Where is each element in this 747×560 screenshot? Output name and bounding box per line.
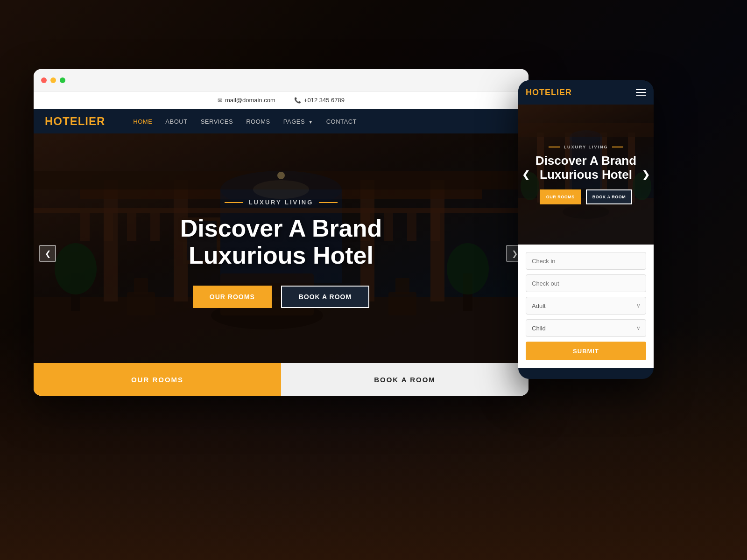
mobile-carousel-arrow-left[interactable]: ❮ <box>522 169 530 180</box>
email-contact: ✉ mail@domain.com <box>218 97 275 104</box>
mobile-left-arrow-icon: ❮ <box>522 169 530 180</box>
booking-form: Adult 1 Adult 2 Adults 3 Adults Child 0 … <box>518 245 654 368</box>
nav-item-services[interactable]: SERVICES <box>201 117 233 126</box>
nav-link-services[interactable]: SERVICES <box>201 118 233 125</box>
pages-dropdown-arrow: ▼ <box>308 119 313 125</box>
nav-item-pages[interactable]: PAGES ▼ <box>283 117 313 126</box>
mobile-carousel-arrow-right[interactable]: ❯ <box>642 169 650 180</box>
hero-section: LUXURY LIVING Discover A Brand Luxurious… <box>34 133 529 373</box>
mobile-nav: HOTELIER <box>518 80 654 105</box>
mobile-hero-content: LUXURY LIVING Discover A Brand Luxurious… <box>518 105 654 245</box>
check-in-input[interactable] <box>526 252 646 270</box>
submit-button[interactable]: SUBMIT <box>526 342 646 360</box>
browser-topbar <box>34 69 529 91</box>
email-icon: ✉ <box>218 97 222 104</box>
phone-icon: 📞 <box>294 97 301 104</box>
phone-contact: 📞 +012 345 6789 <box>294 97 345 104</box>
hamburger-menu[interactable] <box>636 89 646 96</box>
nav-item-about[interactable]: ABOUT <box>165 117 187 126</box>
browser-dot-green <box>60 77 65 83</box>
mobile-hero-title: Discover A Brand Luxurious Hotel <box>536 154 636 182</box>
mobile-hero-section: LUXURY LIVING Discover A Brand Luxurious… <box>518 105 654 245</box>
adult-select[interactable]: Adult 1 Adult 2 Adults 3 Adults <box>526 297 646 315</box>
mobile-book-room-button[interactable]: BOOK A ROOM <box>586 189 632 204</box>
left-arrow-icon: ❮ <box>45 249 51 258</box>
mobile-our-rooms-button[interactable]: OUR ROOMS <box>540 189 581 204</box>
nav-item-home[interactable]: HOME <box>133 117 152 126</box>
ham-line-2 <box>636 92 646 93</box>
site-topbar: ✉ mail@domain.com 📞 +012 345 6789 <box>34 91 529 109</box>
bottom-our-rooms-button[interactable]: OUR ROOMS <box>34 363 281 396</box>
hero-title-line2: Luxurious Hotel <box>189 242 374 269</box>
bottom-buttons-row: OUR ROOMS BOOK A ROOM <box>34 363 529 396</box>
nav-link-about[interactable]: ABOUT <box>165 118 187 125</box>
nav-link-pages[interactable]: PAGES ▼ <box>283 118 313 125</box>
mobile-title-line1: Discover A Brand <box>536 154 636 168</box>
luxury-living-label: LUXURY LIVING <box>225 199 338 206</box>
adult-select-wrapper: Adult 1 Adult 2 Adults 3 Adults <box>526 297 646 315</box>
ham-line-3 <box>636 95 646 96</box>
browser-dot-yellow <box>50 77 56 83</box>
child-select-wrapper: Child 0 Child 1 Child 2 Children <box>526 319 646 337</box>
right-arrow-icon: ❯ <box>512 249 518 258</box>
mobile-logo: HOTELIER <box>526 88 572 98</box>
nav-item-contact[interactable]: CONTACT <box>326 117 357 126</box>
site-nav: HOTELIER HOME ABOUT SERVICES ROOMS PAGES… <box>34 109 529 133</box>
bottom-book-room-button[interactable]: BOOK A ROOM <box>281 363 529 396</box>
desktop-browser-mockup: ✉ mail@domain.com 📞 +012 345 6789 HOTELI… <box>34 69 529 396</box>
mobile-browser-mockup: HOTELIER LUXURY LIVING Discover A B <box>518 80 654 379</box>
nav-link-contact[interactable]: CONTACT <box>326 118 357 125</box>
ham-line-1 <box>636 89 646 90</box>
mobile-title-line2: Luxurious Hotel <box>540 168 632 182</box>
nav-link-home[interactable]: HOME <box>133 118 152 125</box>
nav-link-rooms[interactable]: ROOMS <box>246 118 270 125</box>
child-select[interactable]: Child 0 Child 1 Child 2 Children <box>526 319 646 337</box>
site-logo: HOTELIER <box>45 115 105 128</box>
hero-content: LUXURY LIVING Discover A Brand Luxurious… <box>34 133 529 373</box>
book-room-button[interactable]: BOOK A ROOM <box>281 286 369 308</box>
mobile-luxury-label: LUXURY LIVING <box>549 145 623 149</box>
nav-links: HOME ABOUT SERVICES ROOMS PAGES ▼ CONTAC… <box>133 117 357 126</box>
mobile-right-arrow-icon: ❯ <box>642 169 650 180</box>
email-text: mail@domain.com <box>225 97 275 104</box>
hero-title: Discover A Brand Luxurious Hotel <box>180 215 382 268</box>
check-out-input[interactable] <box>526 274 646 292</box>
our-rooms-button[interactable]: OUR ROOMS <box>193 286 272 308</box>
browser-dot-red <box>41 77 47 83</box>
nav-item-rooms[interactable]: ROOMS <box>246 117 270 126</box>
phone-text: +012 345 6789 <box>304 97 345 104</box>
hero-buttons: OUR ROOMS BOOK A ROOM <box>193 286 369 308</box>
carousel-arrow-left[interactable]: ❮ <box>39 245 56 262</box>
mobile-hero-buttons: OUR ROOMS BOOK A ROOM <box>540 189 632 204</box>
hero-title-line1: Discover A Brand <box>180 215 382 242</box>
